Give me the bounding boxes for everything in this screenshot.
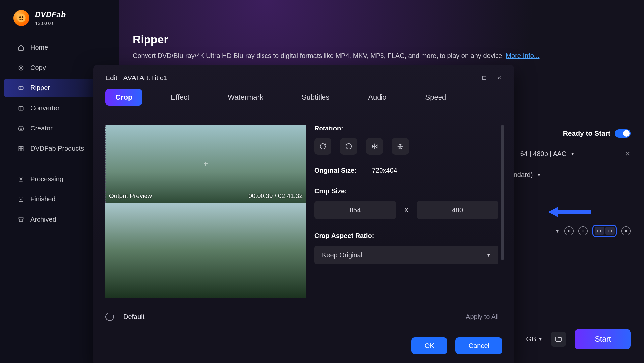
flip-horizontal-button[interactable] <box>366 138 383 155</box>
sidebar-item-label: Ripper <box>30 84 50 92</box>
source-preview[interactable] <box>105 203 306 298</box>
sidebar-item-label: Finished <box>30 195 56 203</box>
sidebar-item-label: Creator <box>30 125 53 132</box>
more-info-link[interactable]: More Info... <box>506 52 539 59</box>
creator-icon <box>17 125 25 132</box>
crop-edit-button[interactable] <box>605 227 615 235</box>
advanced-settings-button[interactable] <box>578 226 588 235</box>
remove-item-button[interactable]: ✕ <box>625 150 631 158</box>
reset-icon[interactable] <box>104 311 115 322</box>
svg-marker-29 <box>568 230 570 232</box>
svg-rect-21 <box>19 149 21 151</box>
scrollbar-thumb[interactable] <box>501 125 504 260</box>
play-preview-button[interactable] <box>564 226 574 235</box>
crop-controls: Rotation: Original Size: 720x404 Crop Si… <box>310 125 502 298</box>
tab-audio[interactable]: Audio <box>358 89 396 106</box>
modal-action-row: Default Apply to All <box>93 298 514 321</box>
chevron-down-icon[interactable]: ▼ <box>570 151 575 156</box>
modal-title: Edit - AVATAR.Title1 <box>105 74 168 82</box>
output-size-chip[interactable]: GB▼ <box>526 335 542 343</box>
apply-to-all-button[interactable]: Apply to All <box>466 313 498 321</box>
item-info-panel: 64 | 480p | AAC ▼ ✕ (Standard) ▼ <box>501 150 631 179</box>
codec-info: 64 | 480p | AAC <box>520 150 566 158</box>
svg-point-10 <box>19 16 21 18</box>
svg-rect-14 <box>19 86 23 90</box>
svg-point-13 <box>20 67 21 68</box>
rotation-label: Rotation: <box>314 125 498 132</box>
svg-point-12 <box>19 66 23 70</box>
tab-watermark[interactable]: Watermark <box>218 89 273 106</box>
svg-marker-35 <box>548 207 591 217</box>
products-icon <box>17 145 25 152</box>
svg-marker-42 <box>399 147 402 149</box>
chevron-down-icon[interactable]: ▼ <box>555 228 560 233</box>
ready-toggle[interactable] <box>615 129 631 138</box>
sidebar-item-label: Archived <box>30 216 56 223</box>
annotation-arrow <box>548 204 591 217</box>
preview-label: Output Preview <box>109 192 152 200</box>
modal-maximize-icon[interactable] <box>481 75 487 81</box>
item-action-icons: ▼ <box>555 225 631 237</box>
svg-point-30 <box>583 231 584 232</box>
svg-marker-39 <box>372 145 374 148</box>
chevron-down-icon[interactable]: ▼ <box>537 172 541 177</box>
crop-size-label: Crop Size: <box>314 187 498 195</box>
svg-rect-36 <box>483 76 486 80</box>
page-description: Convert DVD/Blu-ray/4K Ultra HD Blu-ray … <box>133 52 631 60</box>
aspect-ratio-label: Crop Aspect Ratio: <box>314 232 498 240</box>
crop-width-input[interactable]: 854 <box>314 201 396 219</box>
copy-icon <box>17 64 25 72</box>
preview-column: ✛ Output Preview 00:00:39 / 02:41:32 <box>105 125 306 298</box>
home-icon <box>17 44 25 51</box>
sidebar-item-home[interactable]: Home <box>4 38 115 57</box>
converter-icon <box>17 105 25 112</box>
tab-speed[interactable]: Speed <box>415 89 456 106</box>
sidebar-item-label: DVDFab Products <box>30 145 84 152</box>
brand-logo-icon <box>13 10 29 26</box>
nav-separator <box>13 164 106 164</box>
video-edit-button[interactable] <box>595 227 604 235</box>
sidebar-item-label: Converter <box>30 104 60 112</box>
sidebar-item-label: Processing <box>30 175 63 183</box>
svg-rect-32 <box>608 230 611 232</box>
svg-rect-20 <box>21 146 23 148</box>
ripper-icon <box>17 84 25 92</box>
svg-point-11 <box>22 16 23 18</box>
sidebar-item-label: Home <box>30 44 48 51</box>
rotate-ccw-button[interactable] <box>340 138 357 155</box>
brand: DVDFab 13.0.0.0 <box>0 10 119 26</box>
svg-marker-40 <box>375 145 377 148</box>
output-folder-button[interactable] <box>551 332 566 347</box>
cancel-item-button[interactable] <box>621 226 631 235</box>
svg-rect-31 <box>598 230 600 232</box>
start-button[interactable]: Start <box>575 329 631 349</box>
crop-center-handle[interactable]: ✛ <box>204 160 208 168</box>
chevron-down-icon: ▼ <box>486 253 491 258</box>
sidebar-item-label: Copy <box>30 64 46 72</box>
crop-height-input[interactable]: 480 <box>417 201 498 219</box>
svg-rect-28 <box>19 219 23 222</box>
aspect-ratio-select[interactable]: Keep Original ▼ <box>314 246 498 264</box>
cancel-button[interactable]: Cancel <box>455 337 502 354</box>
svg-point-18 <box>20 128 22 129</box>
svg-rect-22 <box>21 149 23 151</box>
ok-button[interactable]: OK <box>411 337 447 354</box>
edit-modal: Edit - AVATAR.Title1 Crop Effect Waterma… <box>93 65 514 363</box>
preview-time: 00:00:39 / 02:41:32 <box>248 192 303 200</box>
svg-rect-19 <box>19 146 21 148</box>
rotate-cw-button[interactable] <box>314 138 331 155</box>
original-size-label: Original Size: <box>314 167 364 174</box>
default-button[interactable]: Default <box>123 313 144 321</box>
svg-rect-15 <box>19 106 23 110</box>
ready-label: Ready to Start <box>563 130 610 137</box>
output-preview[interactable]: ✛ Output Preview 00:00:39 / 02:41:32 <box>105 125 306 203</box>
modal-tabs: Crop Effect Watermark Subtitles Audio Sp… <box>93 85 514 106</box>
edit-buttons-highlight <box>592 225 617 237</box>
modal-close-icon[interactable] <box>497 75 502 81</box>
flip-vertical-button[interactable] <box>392 138 409 155</box>
tab-effect[interactable]: Effect <box>161 89 199 106</box>
tab-crop[interactable]: Crop <box>105 89 142 106</box>
tab-subtitles[interactable]: Subtitles <box>292 89 339 106</box>
brand-version: 13.0.0.0 <box>35 20 66 26</box>
finished-icon <box>17 196 25 203</box>
